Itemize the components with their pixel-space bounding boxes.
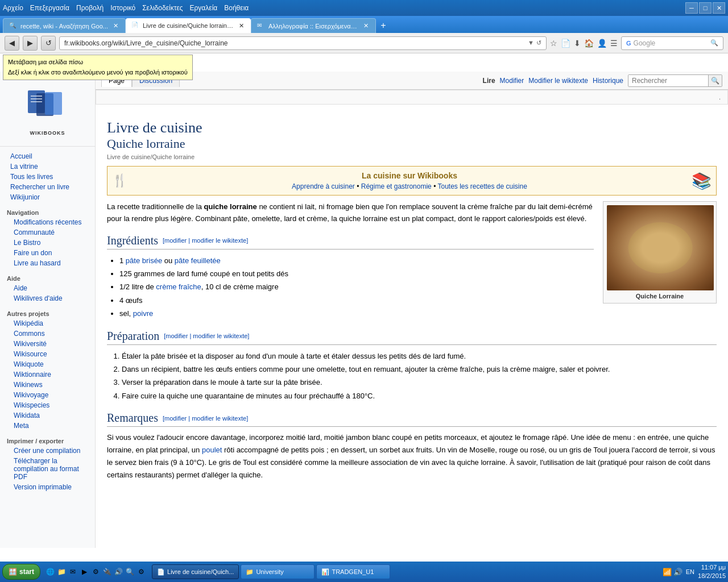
pate-brisee-link[interactable]: pâte brisée <box>126 256 162 265</box>
sidebar-item-version-imprimable[interactable]: Version imprimable <box>0 482 95 492</box>
url-dropdown-icon[interactable]: ▼ <box>528 39 534 47</box>
sidebar-item-wiktionnaire[interactable]: Wiktionnaire <box>0 369 95 380</box>
ie-icon[interactable]: 🌐 <box>45 567 55 577</box>
tab-close-1[interactable]: ✕ <box>111 22 119 30</box>
remarques-edit-link2[interactable]: modifier le wikitexte <box>192 415 246 422</box>
maximize-button[interactable]: □ <box>699 2 712 14</box>
sidebar-item-telecharger[interactable]: Télécharger la compilation au format PDF <box>0 456 95 482</box>
poulet-link[interactable]: poulet <box>202 446 222 454</box>
sidebar-item-creer-compilation[interactable]: Créer une compilation <box>0 446 95 456</box>
cuisine-link-2[interactable]: Régime et gastronomie <box>361 182 432 190</box>
wiki-search-button[interactable]: 🔍 <box>708 75 722 86</box>
sidebar-item-vitrine[interactable]: La vitrine <box>0 161 95 172</box>
taskbar-right: 📶 🔊 EN 11:07 μμ 18/2/2015 <box>663 563 726 581</box>
sidebar-item-wikidata[interactable]: Wikidata <box>0 410 95 421</box>
program-favicon-2: 📁 <box>246 568 254 576</box>
taskbar-program-quiche[interactable]: 📄 Livre de cuisine/Quich... <box>152 564 239 579</box>
cuisine-link-1[interactable]: Apprendre à cuisiner <box>292 182 355 190</box>
taskbar-program-tradgen[interactable]: 📊 TRADGEN_U1 <box>316 564 390 579</box>
menu-bookmarks[interactable]: Σελιδοδείκτες <box>142 4 183 12</box>
sidebar-item-wikivoyage[interactable]: Wikivoyage <box>0 390 95 400</box>
bookmark-page-icon[interactable]: 📄 <box>561 39 570 48</box>
tab-close-2[interactable]: ✕ <box>237 22 245 30</box>
cuisine-book-icon: 📚 <box>692 172 712 190</box>
sidebar-item-livre-hasard[interactable]: Livre au hasard <box>0 258 95 268</box>
poivre-link[interactable]: poivre <box>133 309 153 318</box>
bookmark-star-icon[interactable]: ☆ <box>550 39 557 48</box>
search-button[interactable]: 🔍 <box>710 39 718 47</box>
download-icon[interactable]: ⬇ <box>574 39 581 48</box>
extra-icon[interactable]: ⚙ <box>136 567 146 577</box>
close-button[interactable]: ✕ <box>713 2 725 14</box>
menu-tools[interactable]: Εργαλεία <box>190 4 218 12</box>
new-tab-button[interactable]: + <box>376 18 391 33</box>
sidebar-item-wikijunior[interactable]: Wikijunior <box>0 192 95 202</box>
sidebar-item-wikispecies[interactable]: Wikispecies <box>0 400 95 410</box>
remarques-edit-link1[interactable]: modifier <box>164 415 187 422</box>
sidebar-item-bistro[interactable]: Le Bistro <box>0 238 95 248</box>
sidebar-item-modifications[interactable]: Modifications récentes <box>0 217 95 227</box>
sidebar-item-wikisource[interactable]: Wikisource <box>0 349 95 359</box>
ingredients-edit-link2[interactable]: modifier le wikitexte <box>192 237 246 244</box>
sidebar: WIKIBOOKS Accueil La vitrine Tous les li… <box>0 72 96 548</box>
menu-view[interactable]: Προβολή <box>76 4 104 12</box>
preparation-edit-link1[interactable]: modifier <box>166 332 188 339</box>
sidebar-item-tous-livres[interactable]: Tous les livres <box>0 172 95 182</box>
wiki-search[interactable]: 🔍 <box>628 74 722 87</box>
back-button[interactable]: ◀ <box>5 36 19 51</box>
sidebar-item-accueil[interactable]: Accueil <box>0 151 95 161</box>
menu-help[interactable]: Βοήθεια <box>224 4 249 12</box>
modifier-tab[interactable]: Modifier <box>500 77 524 85</box>
start-button[interactable]: 🪟 start <box>2 564 40 580</box>
tab-email[interactable]: ✉ Αλληλογραφία :: Εισερχόμενα (54... ✕ <box>251 18 376 33</box>
sidebar-item-universite[interactable]: Wikiversité <box>0 339 95 349</box>
sidebar-item-meta[interactable]: Meta <box>0 421 95 431</box>
menu-icon[interactable]: ☰ <box>610 39 618 48</box>
search-taskbar-icon[interactable]: 🔍 <box>125 567 135 577</box>
media-icon[interactable]: ▶ <box>79 567 89 577</box>
sidebar-item-wikinews[interactable]: Wikinews <box>0 380 95 390</box>
taskbar-program-university[interactable]: 📁 University <box>241 564 315 579</box>
sidebar-item-faire-don[interactable]: Faire un don <box>0 248 95 258</box>
user-icon[interactable]: 👤 <box>597 39 607 48</box>
mail-icon[interactable]: ✉ <box>68 567 78 577</box>
wiki-search-input[interactable] <box>628 75 708 86</box>
modifier-wikitexte-tab[interactable]: Modifier le wikitexte <box>528 77 588 85</box>
minimize-button[interactable]: ─ <box>685 2 698 14</box>
url-bar[interactable]: fr.wikibooks.org/wiki/Livre_de_cuisine/Q… <box>59 36 547 50</box>
sidebar-item-wikipedia[interactable]: Wikipédia <box>0 318 95 329</box>
menu-history[interactable]: Ιστορικό <box>110 4 135 12</box>
pate-feuilletee-link[interactable]: pâte feuilletée <box>175 256 221 265</box>
cuisine-link-3[interactable]: Toutes les recettes de cuisine <box>437 182 527 190</box>
folder-icon[interactable]: 📁 <box>56 567 67 577</box>
language-indicator[interactable]: EN <box>686 568 694 575</box>
taskbar: 🪟 start 🌐 📁 ✉ ▶ ⚙ 🔌 🔊 🔍 ⚙ 📄 Livre de cui… <box>0 562 728 582</box>
sidebar-item-aide[interactable]: Aide <box>0 283 95 293</box>
tab-google-search[interactable]: 🔍 recette, wiki - Αναζήτηση Goo... ✕ <box>3 18 126 33</box>
tab-quiche-lorraine[interactable]: 📄 Livre de cuisine/Quiche lorrain.... ✕ <box>126 18 251 33</box>
menu-edit[interactable]: Επεξεργασία <box>30 4 69 12</box>
sound-icon[interactable]: 🔊 <box>113 567 123 577</box>
sidebar-item-wikiquote[interactable]: Wikiquote <box>0 359 95 369</box>
sidebar-item-rechercher[interactable]: Rechercher un livre <box>0 182 95 192</box>
network-icon[interactable]: 🔌 <box>102 567 112 577</box>
notice-bar: . <box>96 90 728 105</box>
forward-button[interactable]: ▶ <box>23 36 38 51</box>
sidebar-item-communaute[interactable]: Communauté <box>0 227 95 238</box>
home-icon[interactable]: 🏠 <box>584 39 594 48</box>
creme-fraiche-link[interactable]: crème fraîche <box>156 282 201 291</box>
url-refresh-icon[interactable]: ↺ <box>536 39 541 47</box>
lire-tab[interactable]: Lire <box>483 77 495 85</box>
sidebar-item-commons[interactable]: Commons <box>0 329 95 339</box>
cuisine-links: Apprendre à cuisiner • Régime et gastron… <box>133 182 686 190</box>
preparation-edit-link2[interactable]: modifier le wikitexte <box>193 332 247 339</box>
settings-icon[interactable]: ⚙ <box>90 567 101 577</box>
tab-close-3[interactable]: ✕ <box>362 22 370 30</box>
sidebar-item-wikilivres-aide[interactable]: Wikilivres d'aide <box>0 293 95 304</box>
cuisine-content: La cuisine sur Wikibooks Apprendre à cui… <box>133 171 686 190</box>
search-bar[interactable]: G Google 🔍 <box>621 36 723 50</box>
historique-tab[interactable]: Historique <box>593 77 623 85</box>
ingredients-edit-link1[interactable]: modifier <box>164 237 187 244</box>
menu-file[interactable]: Αρχείο <box>3 4 23 12</box>
refresh-button[interactable]: ↺ <box>41 36 56 51</box>
